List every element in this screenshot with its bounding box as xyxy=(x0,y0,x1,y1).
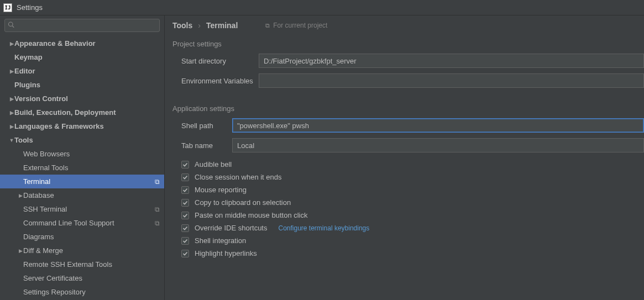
paste-middle-label: Paste on middle mouse button click xyxy=(195,211,308,219)
tree-item-database[interactable]: ▶Database xyxy=(0,188,164,202)
scope-indicator: ⧉ For current project xyxy=(265,22,327,29)
audible-bell-checkbox[interactable] xyxy=(181,161,189,169)
section-project-settings: Project settings xyxy=(172,40,644,48)
check-row-paste: Paste on middle mouse button click xyxy=(181,209,644,222)
tree-item-servercert[interactable]: ▶Server Certificates xyxy=(0,271,164,285)
tree-item-editor[interactable]: ▶Editor xyxy=(0,64,164,78)
mouse-reporting-label: Mouse reporting xyxy=(195,186,247,194)
tree-item-build[interactable]: ▶Build, Execution, Deployment xyxy=(0,106,164,119)
content-panel: Tools › Terminal ⧉ For current project P… xyxy=(165,15,644,300)
tree-label: Command Line Tool Support xyxy=(23,219,114,227)
shell-path-label: Shell path xyxy=(172,122,232,130)
search-wrap xyxy=(0,15,164,35)
project-scope-icon: ⧉ xyxy=(155,178,160,186)
audible-bell-label: Audible bell xyxy=(195,160,232,169)
main: ▶Appearance & Behavior ▶Keymap ▶Editor ▶… xyxy=(0,15,644,300)
section-application-settings: Application settings xyxy=(172,104,644,113)
mouse-reporting-checkbox[interactable] xyxy=(181,186,189,194)
tab-name-input[interactable] xyxy=(232,138,644,152)
close-session-checkbox[interactable] xyxy=(181,173,189,181)
tree-label: Appearance & Behavior xyxy=(14,39,96,48)
row-start-directory: Start directory xyxy=(172,54,644,68)
tree-item-settingsrepo[interactable]: ▶Settings Repository xyxy=(0,285,164,299)
scope-label: For current project xyxy=(273,22,327,29)
start-directory-label: Start directory xyxy=(172,57,259,65)
tree-label: Languages & Frameworks xyxy=(14,122,104,130)
paste-middle-checkbox[interactable] xyxy=(181,212,189,219)
tree-label: Diff & Merge xyxy=(23,246,63,255)
settings-tree: ▶Appearance & Behavior ▶Keymap ▶Editor ▶… xyxy=(0,35,164,300)
highlight-hyperlinks-checkbox[interactable] xyxy=(181,250,189,257)
tree-label: Web Browsers xyxy=(23,150,70,158)
check-row-shellint: Shell integration xyxy=(181,234,644,247)
breadcrumb: Tools › Terminal ⧉ For current project xyxy=(172,21,644,30)
tree-label: SSH Terminal xyxy=(23,205,67,213)
breadcrumb-a[interactable]: Tools xyxy=(172,21,192,30)
env-variables-label: Environment Variables xyxy=(172,77,259,85)
tree-item-lang[interactable]: ▶Languages & Frameworks xyxy=(0,119,164,133)
row-env-variables: Environment Variables xyxy=(172,73,644,88)
start-directory-input[interactable] xyxy=(259,54,644,68)
project-scope-icon: ⧉ xyxy=(265,22,270,29)
check-row-mouse: Mouse reporting xyxy=(181,183,644,196)
tree-label: Diagrams xyxy=(23,233,54,241)
tree-label: Terminal xyxy=(23,177,50,186)
close-session-label: Close session when it ends xyxy=(195,173,282,181)
tree-label: Editor xyxy=(14,67,35,75)
tree-item-vcs[interactable]: ▶Version Control xyxy=(0,92,164,106)
check-row-override: Override IDE shortcuts Configure termina… xyxy=(181,222,644,234)
tree-label: Version Control xyxy=(14,94,68,103)
shell-integration-checkbox[interactable] xyxy=(181,237,189,245)
override-shortcuts-checkbox[interactable] xyxy=(181,224,189,232)
tree-item-diagrams[interactable]: ▶Diagrams xyxy=(0,230,164,244)
tree-label: Tools xyxy=(14,136,33,144)
tree-label: Database xyxy=(23,191,54,199)
tree-item-web[interactable]: ▶Web Browsers xyxy=(0,147,164,161)
tree-item-cmdline[interactable]: ▶Command Line Tool Support⧉ xyxy=(0,216,164,230)
copy-clipboard-checkbox[interactable] xyxy=(181,199,189,207)
titlebar: IJ Settings xyxy=(0,0,644,15)
app-icon: IJ xyxy=(3,3,12,12)
tree-label: Build, Execution, Deployment xyxy=(14,108,116,117)
check-row-copy: Copy to clipboard on selection xyxy=(181,196,644,209)
shell-path-input[interactable] xyxy=(232,118,644,133)
tree-item-terminal[interactable]: ▶Terminal⧉ xyxy=(0,175,164,188)
highlight-hyperlinks-label: Highlight hyperlinks xyxy=(195,249,257,257)
row-tab-name: Tab name xyxy=(172,138,644,152)
tree-item-remotessh[interactable]: ▶Remote SSH External Tools xyxy=(0,257,164,271)
env-variables-input[interactable] xyxy=(259,73,644,88)
breadcrumb-b: Terminal xyxy=(206,21,238,30)
project-scope-icon: ⧉ xyxy=(155,206,160,213)
chevron-right-icon: › xyxy=(198,21,201,30)
tree-item-plugins[interactable]: ▶Plugins xyxy=(0,78,164,92)
check-row-highlight: Highlight hyperlinks xyxy=(181,247,644,260)
tree-item-external[interactable]: ▶External Tools xyxy=(0,161,164,175)
tree-item-appearance[interactable]: ▶Appearance & Behavior xyxy=(0,36,164,50)
tree-item-ssh[interactable]: ▶SSH Terminal⧉ xyxy=(0,202,164,216)
tree-item-keymap[interactable]: ▶Keymap xyxy=(0,50,164,64)
shell-integration-label: Shell integration xyxy=(195,236,246,245)
copy-clipboard-label: Copy to clipboard on selection xyxy=(195,198,291,207)
sidebar: ▶Appearance & Behavior ▶Keymap ▶Editor ▶… xyxy=(0,15,165,300)
check-row-audible: Audible bell xyxy=(181,158,644,171)
configure-keybindings-link[interactable]: Configure terminal keybindings xyxy=(279,224,370,232)
tree-label: External Tools xyxy=(23,164,68,172)
tree-label: Settings Repository xyxy=(23,288,86,296)
tree-label: Keymap xyxy=(14,53,43,61)
window-title: Settings xyxy=(17,3,43,12)
tree-label: Remote SSH External Tools xyxy=(23,260,112,269)
check-row-close: Close session when it ends xyxy=(181,171,644,183)
tree-label: Server Certificates xyxy=(23,274,82,282)
tree-item-tools[interactable]: ▼Tools xyxy=(0,133,164,147)
tree-item-diff[interactable]: ▶Diff & Merge xyxy=(0,244,164,257)
tab-name-label: Tab name xyxy=(172,141,232,150)
project-scope-icon: ⧉ xyxy=(155,219,160,227)
override-shortcuts-label: Override IDE shortcuts xyxy=(195,224,268,232)
tree-label: Plugins xyxy=(14,81,40,89)
search-input[interactable] xyxy=(4,19,160,32)
checkbox-group: Audible bell Close session when it ends … xyxy=(172,158,644,260)
row-shell-path: Shell path xyxy=(172,118,644,133)
